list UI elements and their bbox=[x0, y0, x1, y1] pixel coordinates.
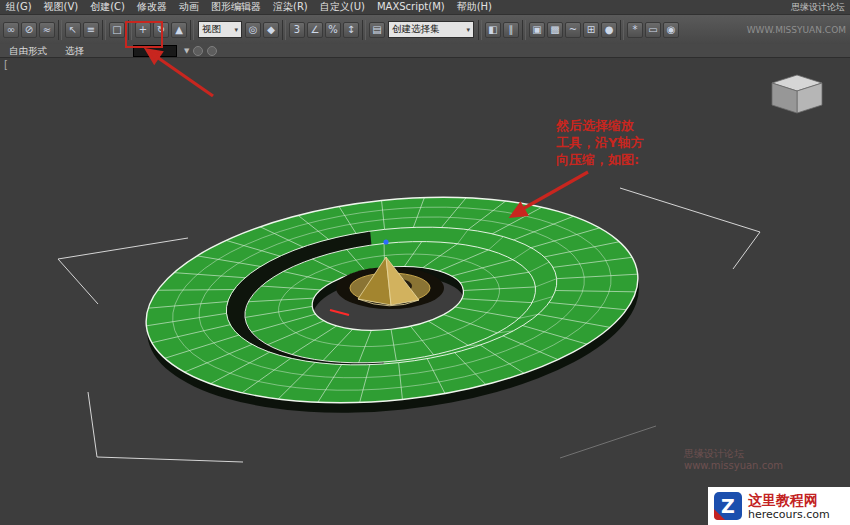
toolbar-separator bbox=[620, 20, 624, 40]
menu-item-6[interactable]: 渲染(R) bbox=[267, 0, 314, 14]
annotation-text: 然后选择缩放 工具，沿Y轴方 向压缩，如图: bbox=[556, 117, 643, 168]
annotation-line: 然后选择缩放 bbox=[556, 117, 643, 134]
select-scale-icon[interactable]: ▲ bbox=[171, 22, 187, 38]
forum-watermark-url: WWW.MISSYUAN.COM bbox=[747, 25, 850, 35]
menu-item-0[interactable]: 组(G) bbox=[0, 0, 38, 14]
chevron-down-icon: ▾ bbox=[234, 26, 238, 34]
schematic-view-icon[interactable]: ⊞ bbox=[583, 22, 599, 38]
ribbon-bar: 自由形式选择 ▼ bbox=[0, 44, 850, 58]
named-selection-dropdown[interactable]: 创建选择集▾ bbox=[388, 21, 474, 38]
toolbar-separator bbox=[190, 20, 194, 40]
mirror-icon[interactable]: ◧ bbox=[485, 22, 501, 38]
toolbar-separator bbox=[478, 20, 482, 40]
edit-named-selection-icon[interactable]: ▤ bbox=[369, 22, 385, 38]
percent-snap-icon[interactable]: % bbox=[325, 22, 341, 38]
ribbon-tab-0[interactable]: 自由形式 bbox=[0, 44, 56, 57]
badge-title: 这里教程网 bbox=[748, 492, 830, 508]
select-object-icon[interactable]: ↖ bbox=[65, 22, 81, 38]
select-manipulate-icon[interactable]: ◆ bbox=[263, 22, 279, 38]
render-frame-icon[interactable]: ▭ bbox=[645, 22, 661, 38]
menu-bar: 组(G)视图(V)创建(C)修改器动画图形编辑器渲染(R)自定义(U)MAXSc… bbox=[0, 0, 850, 15]
tutorial-watermark-badge: Z 这里教程网 herecours.com bbox=[708, 487, 850, 525]
toolbar-separator bbox=[58, 20, 62, 40]
render-production-icon[interactable]: ◉ bbox=[663, 22, 679, 38]
reference-coordinate-dropdown-value: 视图 bbox=[202, 23, 221, 36]
annotation-line: 向压缩，如图: bbox=[556, 151, 643, 168]
ribbon-tab-1[interactable]: 选择 bbox=[56, 44, 93, 57]
tutorial-logo: Z bbox=[713, 491, 743, 521]
curve-editor-icon[interactable]: ~ bbox=[565, 22, 581, 38]
menu-item-7[interactable]: 自定义(U) bbox=[314, 0, 371, 14]
select-move-icon[interactable]: + bbox=[135, 22, 151, 38]
select-by-name-icon[interactable]: ≡ bbox=[83, 22, 99, 38]
ribbon-option-icon[interactable] bbox=[193, 46, 203, 56]
menu-item-1[interactable]: 视图(V) bbox=[38, 0, 85, 14]
material-editor-icon[interactable]: ● bbox=[601, 22, 617, 38]
toolbar-separator bbox=[522, 20, 526, 40]
render-setup-icon[interactable]: * bbox=[627, 22, 643, 38]
gizmo-x-axis-icon[interactable] bbox=[330, 310, 349, 315]
menu-item-4[interactable]: 动画 bbox=[173, 0, 205, 14]
toolbar-separator bbox=[282, 20, 286, 40]
main-toolbar: ∞⊘≈↖≡□+↻▲视图▾◎◆3∠%↕▤创建选择集▾◧∥▣▩~⊞●*▭◉ WWW.… bbox=[0, 15, 850, 45]
viewport[interactable]: [ 然后选择缩放 工具，沿Y轴方 向压缩，如图: 思缘设计论坛 www.miss… bbox=[0, 57, 850, 525]
faint-watermark: 思缘设计论坛 www.missyuan.com bbox=[684, 448, 783, 472]
snap-toggle-icon[interactable]: 3 bbox=[289, 22, 305, 38]
forum-watermark-text: 思缘设计论坛 bbox=[791, 1, 850, 14]
menu-items: 组(G)视图(V)创建(C)修改器动画图形编辑器渲染(R)自定义(U)MAXSc… bbox=[0, 0, 498, 14]
ribbon-tabs: 自由形式选择 bbox=[0, 44, 93, 57]
graphite-ribbon-icon[interactable]: ▩ bbox=[547, 22, 563, 38]
menu-item-2[interactable]: 创建(C) bbox=[84, 0, 131, 14]
select-and-link-icon[interactable]: ∞ bbox=[3, 22, 19, 38]
annotation-line: 工具，沿Y轴方 bbox=[556, 134, 643, 151]
spinner-snap-icon[interactable]: ↕ bbox=[343, 22, 359, 38]
select-rotate-icon[interactable]: ↻ bbox=[153, 22, 169, 38]
named-selection-dropdown-value: 创建选择集 bbox=[392, 23, 440, 36]
ribbon-option-icon-2[interactable] bbox=[207, 46, 217, 56]
gizmo-y-axis-icon[interactable] bbox=[383, 239, 388, 244]
reference-coordinate-dropdown[interactable]: 视图▾ bbox=[198, 21, 242, 38]
use-pivot-center-icon[interactable]: ◎ bbox=[245, 22, 261, 38]
viewcube[interactable] bbox=[772, 75, 822, 113]
ribbon-group-box[interactable] bbox=[133, 45, 177, 57]
menu-item-3[interactable]: 修改器 bbox=[131, 0, 173, 14]
menu-item-5[interactable]: 图形编辑器 bbox=[205, 0, 267, 14]
toolbar-separator bbox=[102, 20, 106, 40]
menu-item-8[interactable]: MAXScript(M) bbox=[371, 0, 451, 14]
selection-region-icon[interactable]: □ bbox=[109, 22, 125, 38]
toolbar-separator bbox=[362, 20, 366, 40]
viewport-corner-label[interactable]: [ bbox=[4, 59, 8, 70]
badge-domain: herecours.com bbox=[748, 508, 830, 521]
bind-to-spacewarp-icon[interactable]: ≈ bbox=[39, 22, 55, 38]
layer-manager-icon[interactable]: ▣ bbox=[529, 22, 545, 38]
logo-letter: Z bbox=[721, 495, 735, 517]
angle-snap-icon[interactable]: ∠ bbox=[307, 22, 323, 38]
toolbar-items: ∞⊘≈↖≡□+↻▲视图▾◎◆3∠%↕▤创建选择集▾◧∥▣▩~⊞●*▭◉ bbox=[2, 20, 680, 40]
chevron-down-icon: ▾ bbox=[466, 26, 470, 34]
toolbar-separator bbox=[128, 20, 132, 40]
ribbon-expand-caret[interactable]: ▼ bbox=[184, 47, 189, 55]
align-icon[interactable]: ∥ bbox=[503, 22, 519, 38]
unlink-selection-icon[interactable]: ⊘ bbox=[21, 22, 37, 38]
menu-item-9[interactable]: 帮助(H) bbox=[451, 0, 498, 14]
